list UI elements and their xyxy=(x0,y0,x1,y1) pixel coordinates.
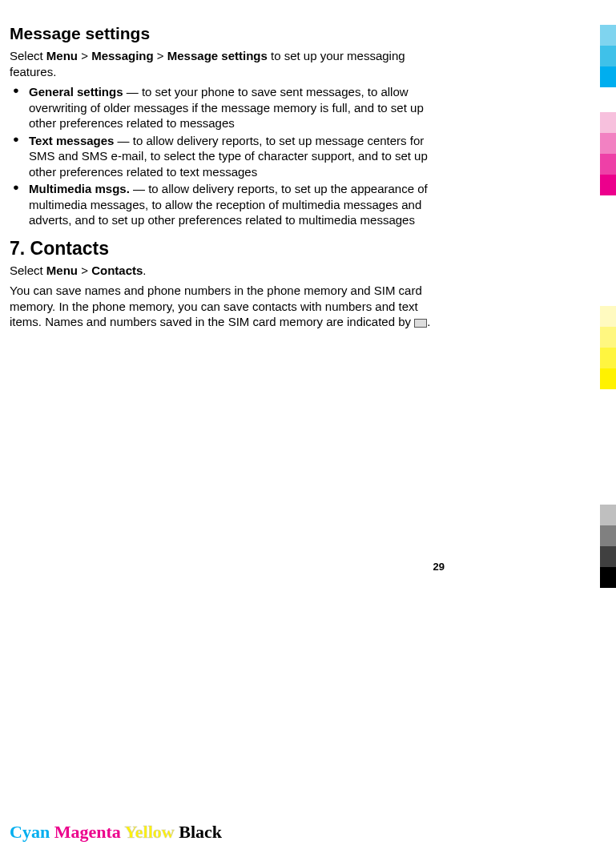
menu-label: Menu xyxy=(46,49,78,62)
contacts-label: Contacts xyxy=(91,264,143,277)
bullet-bold: Text messages xyxy=(29,134,114,147)
separator: > xyxy=(78,264,91,277)
text: . xyxy=(143,264,146,277)
color-swatch xyxy=(600,175,616,195)
list-item: Multimedia msgs. — to allow delivery rep… xyxy=(10,181,440,228)
text: . xyxy=(427,315,430,328)
color-swatch xyxy=(600,348,616,368)
footer-cyan-label: Cyan xyxy=(10,822,50,842)
text: Select xyxy=(10,264,46,277)
color-swatch xyxy=(600,46,616,66)
bullet-bold: General settings xyxy=(29,85,123,99)
magenta-bars xyxy=(600,112,616,195)
color-swatch xyxy=(600,525,616,546)
text: You can save names and phone numbers in … xyxy=(10,284,422,328)
list-item: General settings — to set your phone to … xyxy=(10,84,440,131)
yellow-bars xyxy=(600,306,616,389)
color-swatch xyxy=(600,546,616,567)
page-content: Message settings Select Menu > Messaging… xyxy=(0,0,616,330)
list-item: Text messages — to allow delivery report… xyxy=(10,133,440,180)
color-swatch xyxy=(600,154,616,175)
text: Select xyxy=(10,49,46,62)
separator: > xyxy=(78,49,91,62)
color-swatch xyxy=(600,306,616,327)
messaging-label: Messaging xyxy=(91,49,154,62)
section1-title: Message settings xyxy=(10,24,440,43)
page-number: 29 xyxy=(0,561,445,573)
sim-card-icon xyxy=(414,319,427,328)
color-swatch xyxy=(600,25,616,46)
section2-title: 7. Contacts xyxy=(10,238,440,260)
bullet-list: General settings — to set your phone to … xyxy=(10,84,440,228)
section1-intro: Select Menu > Messaging > Message settin… xyxy=(10,48,440,79)
color-swatch xyxy=(600,4,616,25)
footer-yellow-label: Yellow xyxy=(124,822,174,842)
color-swatch xyxy=(600,505,616,525)
menu-label: Menu xyxy=(46,264,78,277)
section2-intro: Select Menu > Contacts. xyxy=(10,263,440,279)
bullet-bold: Multimedia msgs. xyxy=(29,182,130,195)
color-swatch xyxy=(600,567,616,588)
color-swatch xyxy=(600,112,616,133)
separator: > xyxy=(154,49,167,62)
color-swatch xyxy=(600,133,616,154)
cyan-bars xyxy=(600,4,616,87)
section2-para2: You can save names and phone numbers in … xyxy=(10,283,440,330)
message-settings-label: Message settings xyxy=(167,49,268,62)
black-bars xyxy=(600,505,616,588)
color-swatch xyxy=(600,66,616,87)
footer-black-label: Black xyxy=(179,822,222,842)
footer-color-labels: Cyan Magenta Yellow Black xyxy=(10,822,222,843)
color-swatch xyxy=(600,368,616,389)
footer-magenta-label: Magenta xyxy=(54,822,121,842)
color-swatch xyxy=(600,327,616,348)
